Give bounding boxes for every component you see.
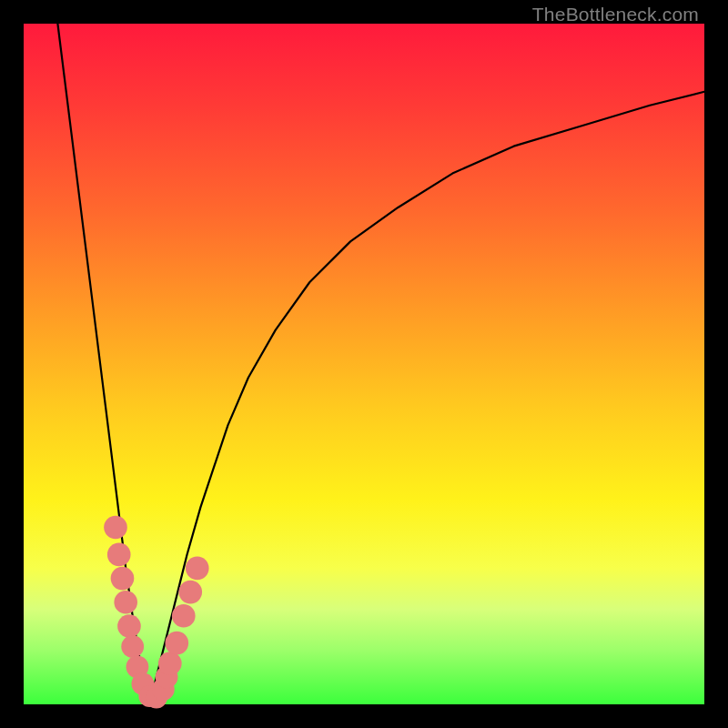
data-marker: [121, 635, 144, 658]
data-marker: [114, 591, 137, 614]
data-marker: [107, 543, 131, 567]
marker-layer: [104, 516, 208, 709]
watermark-text: TheBottleneck.com: [532, 4, 699, 25]
data-marker: [158, 652, 182, 675]
data-marker: [165, 632, 188, 655]
data-marker: [172, 604, 196, 628]
data-marker: [186, 557, 209, 581]
data-marker: [111, 567, 135, 591]
chart-frame: TheBottleneck.com: [0, 0, 728, 728]
curve-layer: [57, 24, 704, 704]
chart-svg: [24, 24, 704, 704]
data-marker: [104, 516, 127, 540]
curve-right-branch: [149, 92, 704, 704]
data-marker: [117, 614, 141, 638]
data-marker: [178, 581, 202, 604]
chart-plot-area: [24, 24, 704, 704]
